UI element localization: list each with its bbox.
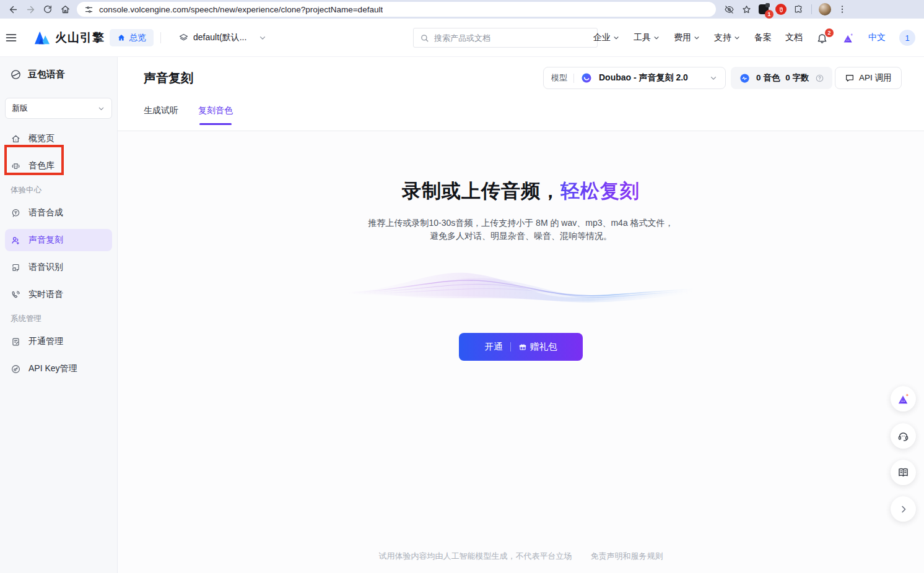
nav-menu-enterprise[interactable]: 企业 — [593, 32, 620, 43]
navbar-divider — [160, 19, 161, 57]
notification-bell[interactable]: 2 — [816, 32, 828, 44]
model-selector[interactable]: 模型 Doubao - 声音复刻 2.0 — [543, 67, 726, 89]
hamburger-icon[interactable] — [5, 19, 17, 57]
hidden-eye-icon[interactable] — [721, 1, 737, 17]
api-call-button[interactable]: API 调用 — [835, 67, 902, 89]
footer-legal-link[interactable]: 免责声明和服务规则 — [591, 551, 663, 562]
sidebar-item-realtime[interactable]: 实时语音 — [5, 283, 112, 306]
collapse-chevron-button[interactable] — [891, 496, 916, 522]
overview-button[interactable]: 总览 — [110, 19, 154, 57]
adblock-icon[interactable] — [773, 1, 789, 17]
address-bar[interactable]: console.volcengine.com/speech/new/experi… — [77, 2, 716, 17]
sidebar-item-api-key[interactable]: API Key管理 — [5, 358, 112, 380]
help-icon[interactable] — [815, 74, 824, 83]
version-selector[interactable]: 新版 — [5, 98, 112, 119]
refresh-icon[interactable] — [40, 1, 56, 17]
asr-icon — [11, 262, 21, 273]
nav-menu-icp[interactable]: 备案 — [754, 32, 772, 43]
chevron-down-icon — [258, 33, 267, 42]
sidebar-item-activation[interactable]: 开通管理 — [5, 330, 112, 353]
voice-clone-icon — [11, 235, 21, 246]
activate-button[interactable]: 开通 赠礼包 — [459, 333, 583, 361]
nav-menu-tools[interactable]: 工具 — [634, 32, 660, 43]
search-input[interactable] — [434, 33, 591, 43]
tts-icon — [11, 208, 21, 218]
nav-menu-label: 工具 — [634, 32, 651, 43]
language-switch[interactable]: 中文 — [868, 32, 886, 43]
doubao-model-icon — [580, 72, 593, 84]
hero-title: 录制或上传音频，轻松复刻 — [402, 178, 640, 204]
chevron-down-icon — [733, 34, 741, 41]
overview-page-icon — [11, 134, 21, 144]
url-text[interactable]: console.volcengine.com/speech/new/experi… — [99, 5, 383, 14]
project-selector[interactable]: default(默认... — [178, 19, 267, 57]
sidebar-item-label: 实时语音 — [28, 289, 63, 300]
headset-icon — [897, 429, 910, 442]
chevron-down-icon — [612, 34, 620, 41]
nav-menu-docs[interactable]: 文档 — [785, 32, 803, 43]
product-search[interactable] — [413, 28, 598, 48]
volcengine-logo[interactable]: 火山引擎 — [33, 19, 105, 57]
nav-menu-label: 文档 — [785, 32, 803, 43]
support-headset-button[interactable] — [891, 423, 916, 449]
activation-doc-icon — [11, 337, 21, 347]
usage-icon — [739, 72, 751, 84]
chevron-right-icon — [898, 504, 909, 515]
sidebar-item-label: 音色库 — [28, 160, 54, 171]
chevron-down-icon — [97, 105, 105, 113]
nav-menu-label: 备案 — [754, 32, 772, 43]
ai-assistant-float-button[interactable] — [891, 386, 916, 411]
nav-menu-billing[interactable]: 费用 — [674, 32, 700, 43]
docs-book-button[interactable] — [891, 460, 916, 485]
user-avatar[interactable]: 1 — [899, 30, 915, 46]
char-count: 0 字数 — [785, 72, 809, 84]
home-icon[interactable] — [57, 1, 73, 17]
model-divider — [573, 74, 574, 83]
ai-assistant-icon[interactable] — [842, 32, 855, 45]
sidebar-item-label: 语音合成 — [28, 207, 63, 218]
sidebar-item-voice-library[interactable]: 音色库 — [5, 155, 112, 177]
logo-text: 火山引擎 — [55, 30, 105, 46]
sidebar-product[interactable]: 豆包语音 — [5, 64, 112, 84]
profile-avatar[interactable] — [817, 1, 833, 17]
model-label: 模型 — [551, 72, 567, 84]
site-info-icon[interactable] — [84, 5, 94, 14]
puzzle-extensions-icon[interactable] — [790, 1, 806, 17]
api-chat-icon — [845, 73, 855, 83]
gift-label: 赠礼包 — [530, 341, 557, 353]
chevron-down-icon — [653, 34, 660, 41]
clone-content: 录制或上传音频，轻松复刻 推荐上传或录制10-30s音频，上传支持小于 8M 的… — [118, 131, 924, 573]
sidebar-item-label: 声音复刻 — [28, 235, 63, 246]
model-value: Doubao - 声音复刻 2.0 — [599, 72, 688, 84]
search-icon — [420, 33, 429, 43]
sidebar-item-voice-clone[interactable]: 声音复刻 — [5, 229, 112, 251]
nav-menu-support[interactable]: 支持 — [714, 32, 741, 43]
project-label: default(默认... — [193, 32, 246, 43]
hero-description: 推荐上传或录制10-30s音频，上传支持小于 8M 的 wav、mp3、m4a … — [368, 217, 673, 243]
sidebar-item-label: 开通管理 — [28, 336, 63, 347]
waveform-graphic — [347, 261, 694, 316]
doubao-voice-icon — [10, 69, 22, 80]
sidebar-item-asr[interactable]: 语音识别 — [5, 256, 112, 278]
sidebar-section-system: 系统管理 — [5, 311, 112, 327]
sidebar-item-label: 语音识别 — [28, 262, 63, 273]
nav-menu-label: 费用 — [674, 32, 691, 43]
browser-menu-icon[interactable] — [834, 1, 850, 17]
sidebar-item-tts[interactable]: 语音合成 — [5, 202, 112, 224]
overview-label: 总览 — [129, 32, 146, 43]
activate-label: 开通 — [485, 341, 503, 353]
api-key-icon — [11, 364, 21, 374]
notification-badge: 2 — [825, 28, 834, 37]
bookmark-star-icon[interactable] — [738, 1, 754, 17]
forward-icon[interactable] — [22, 1, 38, 17]
version-label: 新版 — [12, 103, 28, 114]
voice-library-icon — [11, 161, 21, 171]
product-name: 豆包语音 — [28, 69, 65, 80]
sidebar-item-overview[interactable]: 概览页 — [5, 127, 112, 150]
page-footer: 试用体验内容均由人工智能模型生成，不代表平台立场 免责声明和服务规则 — [118, 551, 924, 562]
tab-clone-voice[interactable]: 复刻音色 — [198, 105, 233, 125]
back-icon[interactable] — [5, 1, 21, 17]
extension-icon[interactable]: 1 — [756, 1, 772, 17]
usage-stats: 0 音色 0 字数 — [731, 67, 832, 89]
tab-generate-preview[interactable]: 生成试听 — [144, 105, 178, 125]
